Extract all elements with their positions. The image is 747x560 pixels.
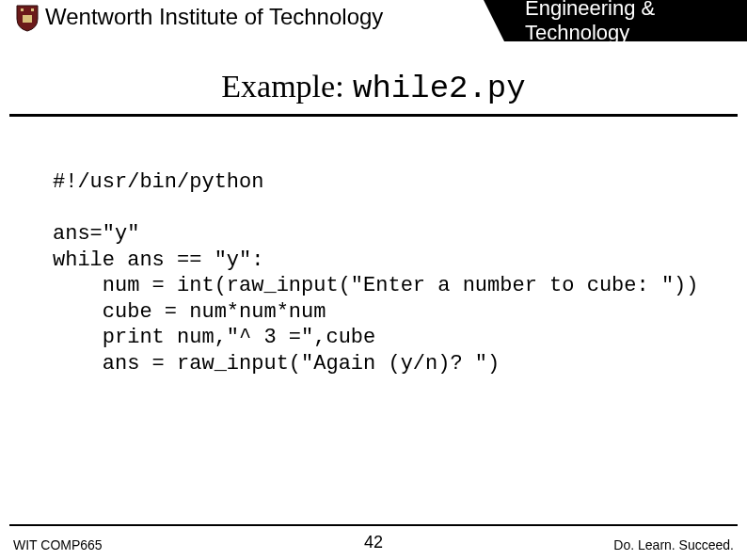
page-number: 42 (364, 533, 383, 552)
motto: Do. Learn. Succeed. (613, 537, 734, 552)
department-label: Engineering & Technology (525, 0, 734, 45)
title-text: Example: while2.py (0, 68, 747, 106)
institution-name: Wentworth Institute of Technology (45, 4, 383, 30)
title-filename: while2.py (353, 71, 526, 106)
code-line: #!/usr/bin/python (53, 170, 263, 194)
department-banner: Engineering & Technology (504, 0, 747, 41)
title-label: Example: (221, 69, 343, 104)
header: Wentworth Institute of Technology Engine… (0, 0, 747, 51)
footer: WIT COMP665 42 Do. Learn. Succeed. (0, 530, 747, 552)
code-line: ans = raw_input("Again (y/n)? ") (53, 352, 500, 376)
code-line: while ans == "y": (53, 248, 263, 272)
footer-divider (9, 524, 738, 526)
code-line: ans="y" (53, 222, 139, 246)
title-divider (9, 114, 738, 117)
code-line: print num,"^ 3 =",cube (53, 326, 375, 349)
header-notch-icon (484, 0, 504, 41)
svg-rect-1 (31, 8, 34, 11)
slide: Wentworth Institute of Technology Engine… (0, 0, 747, 560)
code-block: #!/usr/bin/python ans="y" while ans == "… (53, 169, 699, 376)
svg-rect-0 (21, 8, 24, 11)
code-line: num = int(raw_input("Enter a number to c… (53, 274, 699, 297)
slide-title: Example: while2.py (0, 68, 747, 117)
code-line: cube = num*num*num (53, 300, 326, 324)
school-crest-icon (15, 4, 40, 32)
course-code: WIT COMP665 (13, 537, 103, 552)
